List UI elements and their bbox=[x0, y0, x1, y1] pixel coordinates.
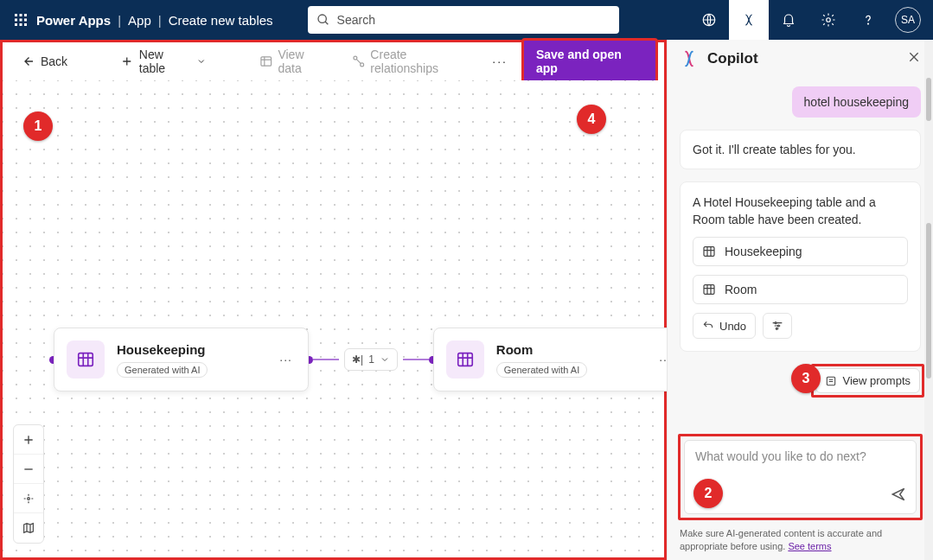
svg-rect-3 bbox=[15, 19, 17, 22]
svg-point-23 bbox=[777, 325, 779, 327]
scrollbar[interactable] bbox=[924, 40, 933, 560]
help-icon[interactable] bbox=[848, 0, 888, 40]
create-relationships-button[interactable]: Create relationships bbox=[343, 42, 483, 80]
view-prompts-button[interactable]: View prompts bbox=[815, 368, 920, 393]
zoom-out-button[interactable] bbox=[14, 455, 43, 484]
svg-rect-4 bbox=[20, 19, 22, 22]
relationship-badge[interactable]: ✱|1 bbox=[344, 348, 398, 371]
table-name: Housekeeping bbox=[117, 342, 264, 357]
avatar[interactable]: SA bbox=[895, 7, 921, 33]
chat-user-message: hotel housekeeping bbox=[792, 86, 921, 118]
save-and-open-button[interactable]: Save and open app bbox=[521, 38, 658, 85]
chat-bot-card: A Hotel Housekeeping table and a Room ta… bbox=[680, 181, 921, 352]
ai-disclaimer: Make sure AI-generated content is accura… bbox=[678, 520, 923, 555]
view-data-button[interactable]: View data bbox=[251, 42, 338, 80]
copilot-input[interactable]: What would you like to do next? 2 bbox=[684, 440, 917, 514]
copilot-placeholder: What would you like to do next? bbox=[695, 449, 905, 463]
scrollbar-thumb[interactable] bbox=[926, 223, 931, 379]
svg-point-24 bbox=[776, 328, 777, 330]
copilot-title: Copilot bbox=[707, 50, 898, 67]
fit-view-button[interactable] bbox=[14, 484, 43, 513]
svg-rect-17 bbox=[79, 353, 93, 366]
zoom-in-button[interactable] bbox=[14, 425, 43, 455]
settings-icon[interactable] bbox=[808, 0, 848, 40]
search-input[interactable]: Search bbox=[308, 6, 619, 34]
generated-table-link[interactable]: Housekeeping bbox=[693, 237, 908, 266]
ai-badge: Generated with AI bbox=[496, 362, 587, 378]
map-button[interactable] bbox=[14, 513, 43, 543]
svg-point-9 bbox=[318, 15, 326, 22]
new-table-button[interactable]: New table bbox=[112, 42, 214, 80]
callout-badge: 3 bbox=[791, 364, 821, 393]
breadcrumb-appname[interactable]: App bbox=[128, 13, 151, 28]
search-placeholder: Search bbox=[337, 13, 375, 27]
table-node-room[interactable]: Room Generated with AI ··· bbox=[433, 328, 688, 391]
notifications-icon[interactable] bbox=[769, 0, 808, 40]
callout-badge: 1 bbox=[23, 111, 53, 141]
app-launcher-icon[interactable] bbox=[5, 13, 36, 27]
svg-rect-21 bbox=[704, 285, 714, 295]
svg-point-22 bbox=[775, 322, 776, 324]
generated-table-link[interactable]: Room bbox=[693, 275, 908, 304]
svg-rect-18 bbox=[458, 353, 473, 366]
more-menu[interactable]: ··· bbox=[489, 49, 511, 73]
close-button[interactable] bbox=[907, 50, 921, 67]
undo-button[interactable]: Undo bbox=[693, 313, 756, 339]
relationship-link bbox=[313, 359, 339, 360]
view-prompts-wrapper: View prompts bbox=[811, 364, 924, 398]
svg-point-19 bbox=[28, 497, 30, 500]
svg-point-12 bbox=[827, 18, 831, 22]
svg-rect-8 bbox=[24, 23, 27, 26]
scrollbar-thumb[interactable] bbox=[926, 78, 931, 121]
ai-badge: Generated with AI bbox=[117, 362, 208, 378]
table-node-housekeeping[interactable]: Housekeeping Generated with AI ··· bbox=[54, 328, 309, 391]
chat-bot-card-text: A Hotel Housekeeping table and a Room ta… bbox=[693, 194, 908, 228]
breadcrumb-app[interactable]: Power Apps bbox=[36, 13, 111, 28]
breadcrumb: Power Apps | App | Create new tables bbox=[36, 13, 273, 28]
relationship-link bbox=[403, 359, 429, 360]
node-more-menu[interactable]: ··· bbox=[276, 353, 296, 366]
table-icon bbox=[67, 340, 105, 379]
svg-rect-25 bbox=[828, 377, 835, 385]
svg-rect-6 bbox=[15, 23, 17, 26]
svg-rect-5 bbox=[24, 19, 27, 22]
callout-badge: 2 bbox=[693, 479, 723, 508]
copilot-pane: Copilot hotel housekeeping Got it. I'll … bbox=[667, 40, 933, 560]
copilot-toggle-icon[interactable] bbox=[729, 0, 769, 40]
copilot-logo-icon bbox=[680, 49, 699, 68]
svg-point-13 bbox=[868, 23, 869, 24]
canvas-surface[interactable] bbox=[3, 80, 664, 557]
designer-canvas: Back New table View data Create relation… bbox=[0, 40, 667, 560]
breadcrumb-page: Create new tables bbox=[169, 13, 273, 28]
svg-line-10 bbox=[325, 22, 328, 24]
send-button[interactable] bbox=[890, 486, 907, 506]
svg-rect-1 bbox=[20, 14, 22, 16]
svg-rect-0 bbox=[15, 14, 17, 16]
table-name: Room bbox=[496, 342, 643, 357]
see-terms-link[interactable]: See terms bbox=[788, 541, 831, 551]
environment-icon[interactable] bbox=[689, 0, 729, 40]
chevron-down-icon bbox=[196, 56, 207, 67]
svg-rect-20 bbox=[704, 247, 714, 257]
svg-rect-2 bbox=[24, 14, 27, 16]
callout-badge: 4 bbox=[577, 105, 606, 134]
canvas-tools bbox=[13, 424, 44, 544]
svg-rect-7 bbox=[20, 23, 22, 26]
svg-rect-14 bbox=[261, 56, 272, 65]
back-button[interactable]: Back bbox=[11, 48, 76, 74]
filter-button[interactable] bbox=[763, 313, 792, 339]
copilot-input-area: What would you like to do next? 2 bbox=[678, 434, 923, 520]
chat-bot-message: Got it. I'll create tables for you. bbox=[680, 130, 921, 169]
table-icon bbox=[446, 340, 484, 379]
